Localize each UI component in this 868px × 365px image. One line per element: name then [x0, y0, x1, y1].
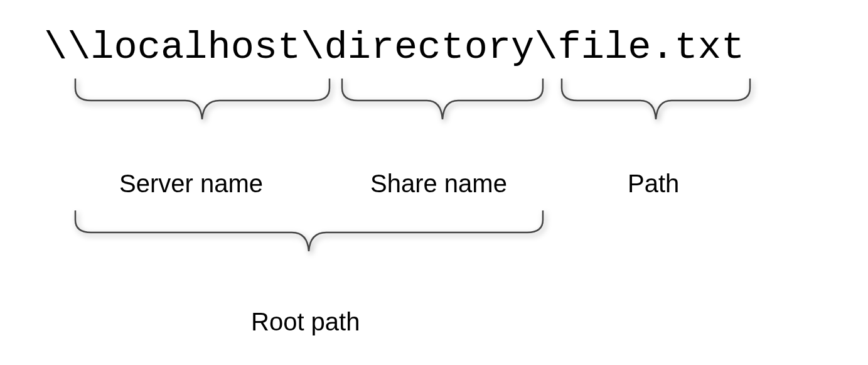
label-server-name: Server name	[119, 170, 263, 198]
label-root-path: Root path	[251, 308, 360, 336]
label-path: Path	[628, 170, 679, 198]
unc-path-text: \\localhost\directory\file.txt	[44, 25, 744, 70]
brace-root-path	[72, 207, 546, 264]
label-share-name: Share name	[370, 170, 507, 198]
brace-share-name	[339, 75, 546, 132]
brace-server-name	[72, 75, 333, 132]
brace-path	[559, 75, 753, 132]
